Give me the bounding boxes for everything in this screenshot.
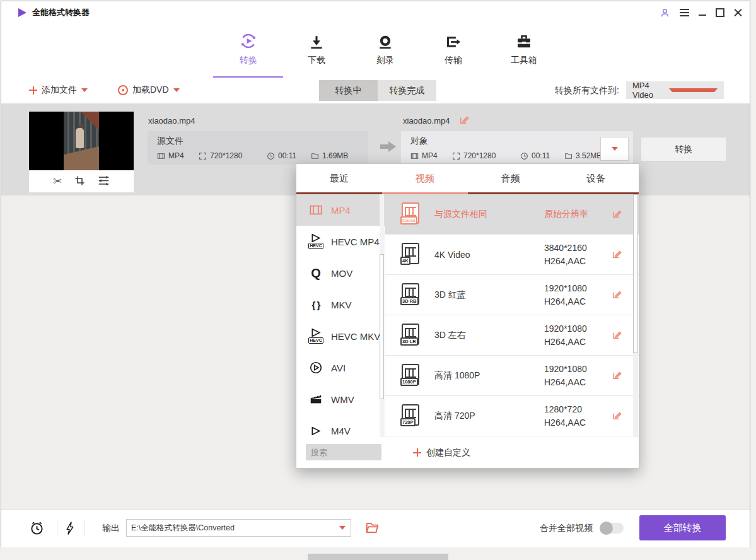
open-folder-icon[interactable] (366, 522, 379, 536)
toolbox-icon (499, 29, 549, 50)
tab-download[interactable]: 下载 (291, 29, 342, 66)
rename-icon[interactable] (459, 114, 470, 127)
tab-transfer-label: 传输 (428, 55, 479, 66)
popup-tab-audio[interactable]: 音频 (468, 164, 554, 192)
tab-toolbox[interactable]: 工具箱 (499, 29, 549, 66)
mp4-film-icon (306, 203, 325, 217)
target-info-box: 对象 MP4 720*1280 00:11 (401, 131, 633, 165)
tab-transfer[interactable]: 传输 (428, 29, 479, 66)
avi-play-circle-icon (306, 361, 325, 375)
output-label: 输出 (102, 510, 120, 545)
format-item-hevc-mp4[interactable]: HEVC HEVC MP4 (296, 226, 385, 257)
transfer-icon (428, 29, 479, 50)
preset-hd-1080p[interactable]: 1080P 高清 1080P 1920*1080H264,AAC (385, 356, 639, 396)
edit-preset-icon[interactable] (612, 329, 622, 342)
3d-rb-file-icon: 3D RB (402, 283, 419, 305)
format-item-hevc-mkv[interactable]: HEVC HEVC MKV (296, 320, 385, 352)
search-input[interactable] (306, 444, 381, 460)
edit-preset-icon[interactable] (612, 370, 622, 383)
convert-icon (223, 29, 274, 50)
thumbnail-image (29, 112, 134, 170)
tab-download-label: 下载 (291, 55, 342, 66)
output-format-dropdown[interactable]: MP4 Video (626, 81, 724, 99)
preset-same-as-source[interactable]: source 与源文件相同 原始分辨率 (385, 194, 639, 235)
format-item-mov[interactable]: Q MOV (296, 257, 385, 289)
crop-icon[interactable] (74, 175, 85, 188)
tab-converting[interactable]: 转换中 (319, 80, 378, 101)
minimize-icon[interactable] (699, 15, 706, 16)
preset-3d-leftright[interactable]: 3D LR 3D 左右 1920*1080H264,AAC (385, 315, 639, 356)
scrollbar-thumb[interactable] (633, 194, 638, 353)
main-nav: 转换 下载 刻录 传输 工具箱 (1, 24, 750, 78)
merge-videos-toggle[interactable] (600, 523, 624, 534)
close-icon[interactable] (734, 9, 742, 17)
tab-burn-label: 刻录 (360, 55, 410, 66)
1080p-file-icon: 1080P (402, 364, 419, 385)
preset-list-scrollbar[interactable] (633, 194, 638, 437)
divider (84, 519, 84, 537)
chevron-down-icon (173, 88, 180, 92)
tab-convert[interactable]: 转换 (223, 29, 274, 66)
burn-icon (360, 29, 410, 50)
format-item-mp4[interactable]: MP4 (296, 194, 385, 226)
output-path-input[interactable] (126, 519, 351, 537)
app-window: 全能格式转换器 转换 下载 刻录 (1, 1, 750, 547)
resolution-icon (452, 152, 460, 160)
edit-preset-icon[interactable] (612, 410, 622, 423)
preset-4k-video[interactable]: 4K 4K Video 3840*2160H264,AAC (385, 235, 639, 275)
performance-icon[interactable] (66, 522, 74, 537)
toggle-knob (600, 522, 613, 535)
popup-tab-video[interactable]: 视频 (382, 164, 468, 192)
format-picker-popup: 最近 视频 音频 设备 MP4 HEVC HEVC MP4 Q MOV { } … (296, 163, 639, 469)
convert-button[interactable]: 转换 (641, 137, 727, 161)
chevron-down-icon[interactable] (339, 526, 346, 530)
source-info-box: 源文件 MP4 720*1280 00:11 (148, 131, 368, 165)
format-item-wmv[interactable]: WMV (296, 383, 385, 415)
account-icon[interactable] (660, 8, 670, 18)
toolbar: 添加文件 加载DVD 转换中 转换完成 转换所有文件到: MP4 Video (1, 78, 750, 104)
trim-icon[interactable]: ✂ (53, 176, 62, 187)
target-duration: 00:11 (520, 151, 564, 160)
preset-3d-redblue[interactable]: 3D RB 3D 红蓝 1920*1080H264,AAC (385, 275, 639, 315)
3d-lr-file-icon: 3D LR (402, 324, 419, 345)
screen: 全能格式转换器 转换 下载 刻录 (0, 0, 756, 560)
source-resolution: 720*1280 (199, 151, 267, 160)
target-format-dropdown-button[interactable] (600, 137, 629, 161)
format-list-scrollbar[interactable] (380, 194, 384, 437)
target-format: MP4 (410, 151, 452, 160)
popup-tabs: 最近 视频 音频 设备 (296, 164, 639, 194)
taskbar-strip (308, 554, 448, 560)
edit-preset-icon[interactable] (612, 208, 622, 221)
edit-preset-icon[interactable] (612, 248, 622, 262)
source-duration: 00:11 (267, 151, 311, 160)
tab-converted[interactable]: 转换完成 (378, 80, 436, 101)
format-item-avi[interactable]: AVI (296, 352, 385, 383)
format-item-mkv[interactable]: { } MKV (296, 289, 385, 320)
effects-icon[interactable] (98, 175, 110, 188)
film-icon (410, 152, 419, 160)
schedule-icon[interactable] (30, 521, 44, 538)
folder-icon (311, 152, 319, 160)
tab-burn[interactable]: 刻录 (360, 29, 410, 66)
add-file-label: 添加文件 (42, 85, 77, 96)
dvd-icon (118, 85, 128, 95)
film-icon (157, 152, 165, 160)
format-item-m4v[interactable]: M4V (296, 415, 385, 437)
clapperboard-icon (306, 392, 325, 406)
scrollbar-thumb[interactable] (380, 254, 384, 399)
resolution-icon (199, 152, 207, 160)
source-filename: xiaodao.mp4 (148, 116, 195, 125)
convert-all-button[interactable]: 全部转换 (639, 515, 726, 540)
create-custom-button[interactable]: 创建自定义 (413, 437, 470, 468)
popup-tab-recent[interactable]: 最近 (296, 164, 382, 192)
load-dvd-button[interactable]: 加载DVD (118, 78, 180, 103)
clock-icon (520, 152, 528, 160)
menu-icon[interactable] (680, 7, 689, 18)
preset-hd-720p[interactable]: 720P 高清 720P 1280*720H264,AAC (385, 396, 639, 436)
popup-tab-device[interactable]: 设备 (553, 164, 639, 192)
maximize-icon[interactable] (716, 8, 724, 17)
add-file-button[interactable]: 添加文件 (29, 78, 88, 103)
plus-icon (29, 86, 37, 95)
video-thumbnail: ✂ (29, 112, 134, 192)
edit-preset-icon[interactable] (612, 289, 622, 302)
